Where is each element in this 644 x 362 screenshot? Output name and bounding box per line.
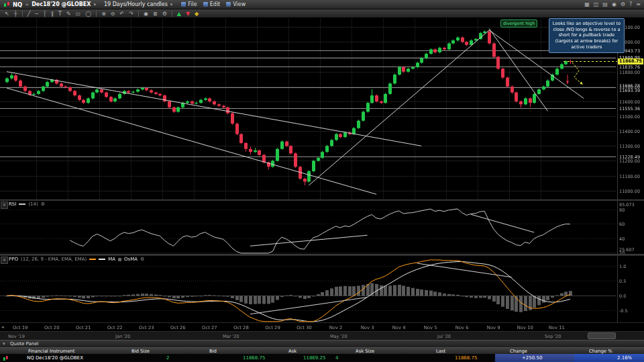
vertical-line-tool-icon[interactable]: │ [43,9,46,18]
app-menu-icon[interactable]: ≡ [636,1,641,7]
layers-icon[interactable]: ≣ [153,9,158,18]
ppo-ma-label: MA [108,257,115,262]
col-bid-size[interactable]: Bid Size [131,349,150,354]
ppo-close-icon[interactable]: × [1,257,8,264]
rsi-panel-canvas[interactable] [0,201,644,254]
quote-panel-header[interactable]: ▾ Quote Panel [0,340,644,347]
toolbar-separator [138,11,139,17]
new-window-icon[interactable]: ◫ [594,1,599,7]
col-ask-size[interactable]: Ask Size [356,349,374,354]
x-axis-label: Nov 10 [517,325,533,330]
x-axis-label: Oct 30 [297,325,312,330]
rsi-params: (14) [28,201,38,207]
x-axis-label: Nov 2 [329,325,343,330]
layout-grid-icon[interactable]: ▦ [584,1,590,7]
menu-edit[interactable]: Edit [203,1,221,7]
trendline-tool-icon[interactable]: ╱ [28,9,31,18]
undo-icon[interactable]: ↶ [120,9,125,18]
rsi-line-sample-icon [19,203,25,205]
col-change[interactable]: Change [510,349,527,354]
sell-marker-icon[interactable]: ▼ [186,9,190,18]
rsi-indicator-label: RSI (14) ⚙ [9,201,45,207]
x-axis-label: Nov 5 [424,325,437,330]
toolbar-separator [172,11,172,17]
menu-edit-icon [203,2,208,7]
timeframe-selector[interactable]: 19 Days/Hourly candles [104,1,168,7]
help-icon[interactable]: ? [629,1,632,7]
buy-marker-icon[interactable]: ▲ [177,9,181,18]
contract-label: Dec18'20 @GLOBEX [32,1,91,7]
redo-icon[interactable]: ↷ [129,9,133,18]
trading-app-window: NQ ∞ Dec18'20 @GLOBEX ▾ 19 Days/Hourly c… [0,0,644,362]
quote-column-headers: Financial Instrument Bid Size Bid Ask As… [0,347,644,354]
col-financial-instrument[interactable]: Financial Instrument [28,349,74,354]
crosshair-tool-icon[interactable]: ┼ [14,9,17,18]
ppo-osma-sample-icon [118,258,121,261]
timeline-scroll-thumb[interactable] [588,332,616,339]
timeline-label: Jan '20 [115,334,130,339]
titlebar-right-icons: ▦◫▤◉⚙?≡ [584,1,641,7]
quote-row[interactable]: NQ Dec18'20 @GLOBEX 2 11868.75 11869.25 … [0,354,644,362]
ellipse-tool-icon[interactable]: ◯ [85,9,91,18]
x-axis-label: Nov 3 [361,325,374,330]
settings-gear-icon[interactable]: ⚙ [621,1,625,7]
quote-panel-collapse-icon[interactable]: ▾ [3,341,5,347]
x-axis-label: Oct 19 [13,325,28,330]
rectangle-tool-icon[interactable]: ▭ [76,9,81,18]
col-change-pct[interactable]: Change % [589,349,612,354]
x-axis-label: Oct 22 [107,325,123,330]
quote-panel-title: Quote Panel [10,341,38,347]
x-axis: ◂ Oct 19Oct 20Oct 21Oct 22Oct 23Oct 26Oc… [0,322,644,331]
zoom-out-icon[interactable]: ⊖ [111,9,115,18]
alert-icon[interactable]: ◆ [195,9,199,18]
change-pct-cell-background [574,354,644,362]
menu-file-icon [181,2,186,7]
change-value: +250.50 [522,355,542,361]
zoom-in-icon[interactable]: ⊕ [101,9,106,18]
snapshot-icon[interactable]: ◉ [612,1,616,7]
pointer-tool-icon[interactable]: ↖ [5,9,9,18]
timeline-label: Nov '19 [8,334,25,339]
camera-icon[interactable]: ◉ [144,9,148,18]
menu-view-icon [226,2,231,7]
symbol-label: NQ [13,1,22,8]
ppo-panel-canvas[interactable] [0,256,644,322]
symbol-dropdown-arrow[interactable]: ▾ [93,2,96,7]
menu-view[interactable]: View [226,1,246,7]
x-axis-label: Oct 27 [202,325,217,330]
x-axis-label: Oct 20 [44,325,60,330]
app-chart-icon [3,1,10,8]
ppo-line-sample-icon [89,259,96,260]
timeframe-dropdown-arrow[interactable]: ▾ [170,2,173,7]
bid-size-value: 2 [166,355,169,361]
rsi-close-icon[interactable]: × [1,201,8,209]
history-timeline-scrollbar[interactable]: Nov '19Jan '20Mar '20May '20Jul '20Sep '… [0,331,644,340]
menu-file-label: File [188,1,197,7]
text-tool-icon[interactable]: T [58,9,62,18]
main-price-chart-canvas[interactable] [0,18,644,199]
scroll-left-icon[interactable]: ◂ [1,324,4,330]
rsi-label: RSI [9,201,16,207]
ppo-indicator-label: PPO (12, 26, 9 - EMA, EMA, EMA) MA OsMA … [9,257,144,262]
menu-view-label: View [233,1,246,7]
horizontal-line-tool-icon[interactable]: ─ [35,9,38,18]
ppo-settings-icon[interactable]: ⚙ [140,257,144,262]
titlebar: NQ ∞ Dec18'20 @GLOBEX ▾ 19 Days/Hourly c… [0,0,644,9]
x-axis-label: Oct 28 [233,325,249,330]
draw-tool-icon[interactable]: ✎ [66,9,71,18]
rsi-settings-icon[interactable]: ⚙ [41,201,45,207]
divergent-high-label[interactable]: divergent high [500,19,537,28]
menu-file[interactable]: File [181,1,197,7]
channel-tool-icon[interactable]: ∥ [51,9,54,18]
instrument-name: NQ Dec18'20 @GLOBEX [27,355,83,361]
col-ask[interactable]: Ask [288,349,297,354]
timeline-label: Jul '20 [437,334,451,339]
last-value: 11868.75 [455,355,477,361]
last-price-tag: 11868.75 [618,58,643,64]
x-axis-label: Oct 21 [76,325,91,330]
col-bid[interactable]: Bid [209,349,217,354]
indicator-settings-icon[interactable]: ⚙ [162,9,167,18]
col-last[interactable]: Last [436,349,445,354]
print-icon[interactable]: ▤ [602,1,608,7]
trade-note-annotation[interactable]: Looks like an objective level to close /… [549,18,625,53]
